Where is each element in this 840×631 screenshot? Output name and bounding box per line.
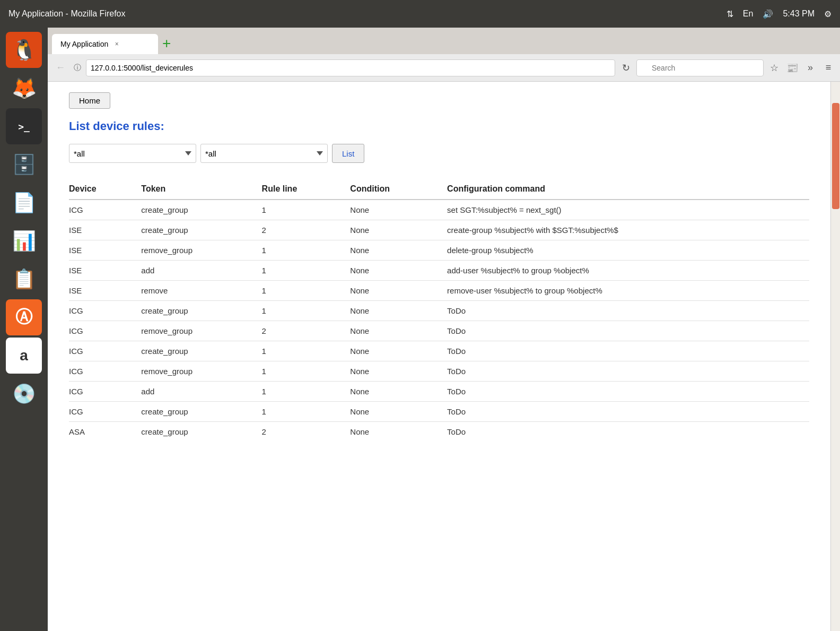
home-button[interactable]: Home bbox=[69, 92, 110, 109]
page-title: List device rules: bbox=[69, 119, 809, 133]
table-row: ICGcreate_group1NoneToDo bbox=[69, 301, 809, 321]
cell-config_cmd: ToDo bbox=[447, 382, 809, 402]
dock: 🐧 🦊 >_ 🗄️ 📄 📊 📋 Ⓐ a 💿 bbox=[0, 28, 48, 631]
terminal-icon[interactable]: >_ bbox=[6, 108, 42, 144]
cell-token: add bbox=[141, 382, 261, 402]
cell-config_cmd: ToDo bbox=[447, 402, 809, 422]
table-row: ICGremove_group2NoneToDo bbox=[69, 321, 809, 341]
table-header: Device Token Rule line Condition Configu… bbox=[69, 179, 809, 200]
cell-device: ISE bbox=[69, 220, 141, 240]
cell-condition: None bbox=[350, 422, 447, 442]
cell-device: ASA bbox=[69, 422, 141, 442]
writer-icon[interactable]: 📄 bbox=[6, 185, 42, 221]
filter-row: *all *all List bbox=[69, 144, 809, 163]
cell-device: ICG bbox=[69, 341, 141, 361]
cell-token: create_group bbox=[141, 200, 261, 220]
reload-button[interactable]: ↻ bbox=[618, 60, 633, 75]
table-row: ICGcreate_group1Noneset SGT:%subject% = … bbox=[69, 200, 809, 220]
amazon-icon[interactable]: a bbox=[6, 338, 42, 374]
table-header-row: Device Token Rule line Condition Configu… bbox=[69, 179, 809, 200]
cell-token: remove_group bbox=[141, 240, 261, 261]
col-device: Device bbox=[69, 179, 141, 200]
list-button[interactable]: List bbox=[332, 144, 364, 163]
cell-config_cmd: ToDo bbox=[447, 301, 809, 321]
cell-token: remove bbox=[141, 281, 261, 301]
cell-rule_line: 1 bbox=[262, 341, 351, 361]
cell-config_cmd: delete-group %subject% bbox=[447, 240, 809, 261]
cell-rule_line: 2 bbox=[262, 220, 351, 240]
dvd-icon[interactable]: 💿 bbox=[6, 376, 42, 412]
cell-token: create_group bbox=[141, 422, 261, 442]
cell-device: ISE bbox=[69, 261, 141, 281]
bookmark-button[interactable]: ☆ bbox=[767, 60, 782, 75]
page-with-scrollbar: Home List device rules: *all *all List bbox=[48, 82, 840, 631]
search-input[interactable] bbox=[636, 59, 764, 76]
cell-config_cmd: ToDo bbox=[447, 321, 809, 341]
col-rule-line: Rule line bbox=[262, 179, 351, 200]
appstore-icon[interactable]: Ⓐ bbox=[6, 299, 42, 335]
ubuntu-icon[interactable]: 🐧 bbox=[6, 32, 42, 68]
cell-token: create_group bbox=[141, 301, 261, 321]
cell-config_cmd: ToDo bbox=[447, 361, 809, 382]
cell-config_cmd: create-group %subject% with $SGT:%subjec… bbox=[447, 220, 809, 240]
impress-icon[interactable]: 📋 bbox=[6, 261, 42, 297]
firefox-icon[interactable]: 🦊 bbox=[6, 70, 42, 106]
table-row: ISEremove1Noneremove-user %subject% to g… bbox=[69, 281, 809, 301]
info-button[interactable]: ⓘ bbox=[72, 63, 83, 73]
scrollbar-track[interactable] bbox=[830, 82, 840, 631]
table-row: ICGcreate_group1NoneToDo bbox=[69, 402, 809, 422]
cell-device: ICG bbox=[69, 321, 141, 341]
table-row: ICGcreate_group1NoneToDo bbox=[69, 341, 809, 361]
network-icon: ⇅ bbox=[727, 9, 733, 19]
filter-select-1[interactable]: *all bbox=[69, 144, 196, 163]
table-body: ICGcreate_group1Noneset SGT:%subject% = … bbox=[69, 200, 809, 442]
title-bar-right: ⇅ En 🔊 5:43 PM ⚙ bbox=[727, 9, 832, 19]
cell-device: ICG bbox=[69, 301, 141, 321]
cell-condition: None bbox=[350, 220, 447, 240]
url-bar[interactable] bbox=[86, 59, 615, 76]
cell-rule_line: 1 bbox=[262, 402, 351, 422]
active-tab[interactable]: My Application × bbox=[52, 34, 158, 54]
cell-rule_line: 2 bbox=[262, 422, 351, 442]
menu-button[interactable]: ≡ bbox=[821, 60, 836, 75]
scrollbar-thumb[interactable] bbox=[832, 103, 839, 209]
nav-bar: ← ⓘ ↻ ☆ 📰 » ≡ bbox=[48, 54, 840, 82]
table-row: ICGadd1NoneToDo bbox=[69, 382, 809, 402]
table-row: ICGremove_group1NoneToDo bbox=[69, 361, 809, 382]
title-bar-title: My Application - Mozilla Firefox bbox=[8, 9, 126, 19]
settings-icon: ⚙ bbox=[824, 9, 832, 19]
cell-config_cmd: remove-user %subject% to group %object% bbox=[447, 281, 809, 301]
cell-condition: None bbox=[350, 361, 447, 382]
reader-button[interactable]: 📰 bbox=[785, 60, 800, 75]
table-row: ISEremove_group1Nonedelete-group %subjec… bbox=[69, 240, 809, 261]
cell-token: add bbox=[141, 261, 261, 281]
cell-device: ISE bbox=[69, 281, 141, 301]
browser-window: 🐧 🦊 >_ 🗄️ 📄 📊 📋 Ⓐ a 💿 bbox=[0, 28, 840, 631]
browser-content: My Application × + ← ⓘ ↻ ☆ 📰 » ≡ Home Li… bbox=[48, 28, 840, 631]
cell-token: create_group bbox=[141, 402, 261, 422]
tab-close-button[interactable]: × bbox=[112, 40, 121, 48]
cell-config_cmd: set SGT:%subject% = next_sgt() bbox=[447, 200, 809, 220]
cell-device: ICG bbox=[69, 382, 141, 402]
filter-select-2[interactable]: *all bbox=[200, 144, 328, 163]
files-icon[interactable]: 🗄️ bbox=[6, 146, 42, 183]
volume-icon: 🔊 bbox=[763, 9, 773, 19]
more-button[interactable]: » bbox=[803, 60, 818, 75]
cell-rule_line: 1 bbox=[262, 200, 351, 220]
cell-condition: None bbox=[350, 341, 447, 361]
cell-token: remove_group bbox=[141, 361, 261, 382]
cell-token: remove_group bbox=[141, 321, 261, 341]
cell-token: create_group bbox=[141, 341, 261, 361]
cell-condition: None bbox=[350, 281, 447, 301]
back-button[interactable]: ← bbox=[52, 59, 69, 76]
title-bar-left: My Application - Mozilla Firefox bbox=[8, 9, 126, 19]
new-tab-button[interactable]: + bbox=[162, 35, 171, 52]
cell-token: create_group bbox=[141, 220, 261, 240]
calc-icon[interactable]: 📊 bbox=[6, 223, 42, 259]
cell-rule_line: 1 bbox=[262, 382, 351, 402]
cell-rule_line: 2 bbox=[262, 321, 351, 341]
cell-rule_line: 1 bbox=[262, 361, 351, 382]
col-config-cmd: Configuration command bbox=[447, 179, 809, 200]
cell-rule_line: 1 bbox=[262, 301, 351, 321]
page-content: Home List device rules: *all *all List bbox=[48, 82, 830, 631]
